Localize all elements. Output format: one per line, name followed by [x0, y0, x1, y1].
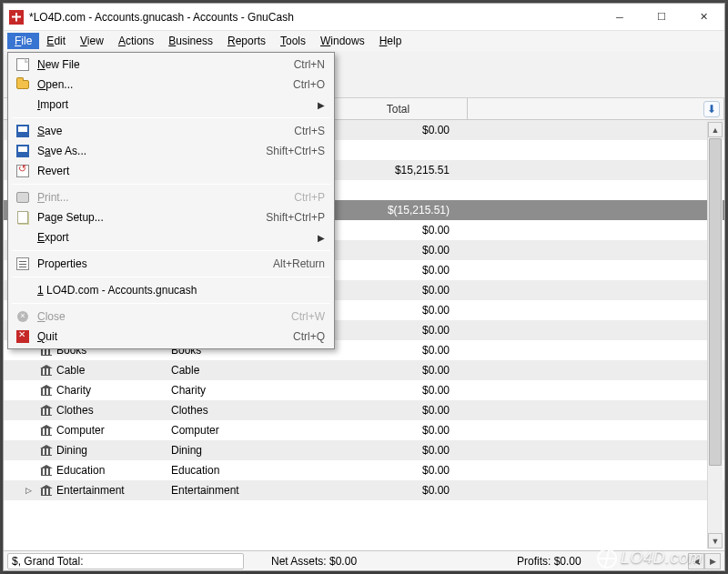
hscroll-right-button[interactable]: ▶ [704, 553, 721, 569]
cell-account-name: Education [4, 460, 167, 480]
account-icon [40, 445, 53, 456]
menu-reports[interactable]: Reports [220, 33, 273, 49]
menu-accelerator: Shift+Ctrl+S [266, 145, 325, 157]
file-menu-open[interactable]: Open...Ctrl+O [10, 75, 332, 95]
menu-file[interactable]: File [7, 33, 39, 49]
menu-view[interactable]: View [73, 33, 111, 49]
status-net-assets: Net Assets: $0.00 [244, 555, 462, 568]
quit-icon [14, 329, 32, 344]
account-icon [40, 425, 53, 436]
file-menu-import[interactable]: Import▶ [10, 95, 332, 115]
file-menu-quit[interactable]: QuitCtrl+Q [10, 327, 332, 347]
menu-item-label: Revert [37, 165, 325, 177]
table-row[interactable]: EducationEducation$0.00 [4, 460, 724, 480]
menu-separator [12, 184, 330, 185]
cell-total: $0.00 [329, 480, 468, 500]
submenu-arrow-icon: ▶ [318, 100, 325, 110]
table-row[interactable]: ▷EntertainmentEntertainment$0.00 [4, 480, 724, 500]
cell-description: Charity [167, 380, 329, 400]
file-menu-export[interactable]: Export▶ [10, 227, 332, 247]
cell-total: $0.00 [329, 440, 468, 460]
app-icon [9, 10, 24, 25]
column-options-button[interactable]: ⬇ [703, 101, 720, 117]
cell-total: $0.00 [329, 420, 468, 440]
file-menu-dropdown: New FileCtrl+NOpen...Ctrl+OImport▶SaveCt… [7, 52, 335, 349]
menu-windows[interactable]: Windows [313, 33, 372, 49]
file-menu-close: ×CloseCtrl+W [10, 307, 332, 327]
account-icon [40, 405, 53, 416]
menu-accelerator: Alt+Return [273, 257, 325, 270]
account-name-text: Clothes [56, 400, 94, 420]
maximize-button[interactable]: ☐ [641, 4, 682, 31]
account-name-text: Computer [56, 420, 105, 440]
status-grand-total: $, Grand Total: [7, 553, 244, 569]
table-row[interactable]: CableCable$0.00 [4, 360, 724, 380]
cell-description: Education [167, 460, 329, 480]
menu-item-label: 1 LO4D.com - Accounts.gnucash [37, 284, 325, 297]
account-name-text: Entertainment [56, 480, 125, 500]
table-row[interactable]: ComputerComputer$0.00 [4, 420, 724, 440]
vertical-scrollbar[interactable]: ▲ ▼ [707, 122, 723, 549]
menu-separator [12, 250, 330, 251]
file-menu-revert[interactable]: Revert [10, 161, 332, 181]
account-name-text: Cable [56, 360, 85, 380]
cell-total: $0.00 [329, 260, 468, 280]
menu-accelerator: Shift+Ctrl+P [266, 211, 325, 224]
scroll-thumb[interactable] [709, 138, 722, 466]
cell-total: $0.00 [329, 280, 468, 300]
close-button[interactable]: ✕ [682, 4, 724, 31]
table-row[interactable]: DiningDining$0.00 [4, 440, 724, 460]
blank-icon [14, 97, 32, 112]
menu-item-label: Import [37, 98, 318, 111]
cell-total: $0.00 [329, 320, 468, 340]
menu-item-label: Open... [37, 78, 293, 91]
account-icon [40, 465, 53, 476]
save-icon [14, 124, 32, 138]
menu-item-label: Quit [37, 330, 293, 343]
file-menu-properties[interactable]: PropertiesAlt+Return [10, 254, 332, 274]
cell-description: Dining [167, 440, 329, 460]
account-name-text: Charity [56, 380, 91, 400]
status-profits: Profits: $0.00 [462, 555, 688, 568]
account-name-text: Education [56, 460, 105, 480]
cell-description: Cable [167, 360, 329, 380]
menu-edit[interactable]: Edit [39, 33, 73, 49]
account-icon [40, 365, 53, 376]
cell-total: $0.00 [329, 240, 468, 260]
file-menu-page-setup[interactable]: Page Setup...Shift+Ctrl+P [10, 207, 332, 227]
cell-account-name: Computer [4, 420, 167, 440]
cell-description: Clothes [167, 400, 329, 420]
file-menu-1-lo4d-com-accounts-gnucash[interactable]: 1 LO4D.com - Accounts.gnucash [10, 280, 332, 300]
scroll-down-button[interactable]: ▼ [708, 533, 723, 549]
file-menu-save[interactable]: SaveCtrl+S [10, 121, 332, 141]
window-title: *LO4D.com - Accounts.gnucash - Accounts … [29, 11, 294, 24]
cell-total: $0.00 [329, 400, 468, 420]
menu-item-label: Properties [37, 257, 273, 270]
menu-help[interactable]: Help [372, 33, 410, 49]
column-header-spacer: ⬇ [468, 98, 724, 119]
file-menu-save-as[interactable]: Save As...Shift+Ctrl+S [10, 141, 332, 161]
table-row[interactable]: CharityCharity$0.00 [4, 380, 724, 400]
hscroll-left-button[interactable]: ◀ [688, 553, 704, 569]
submenu-arrow-icon: ▶ [318, 233, 325, 243]
menu-item-label: Export [37, 231, 318, 244]
scroll-up-button[interactable]: ▲ [708, 122, 723, 137]
column-header-total[interactable]: Total [329, 98, 468, 119]
account-icon [40, 385, 53, 396]
statusbar: $, Grand Total: Net Assets: $0.00 Profit… [4, 550, 724, 570]
cell-total: $0.00 [329, 300, 468, 320]
expand-icon[interactable]: ▷ [25, 480, 36, 500]
cell-total: $(15,215.51) [329, 200, 468, 220]
file-menu-print: Print...Ctrl+P [10, 187, 332, 207]
menu-business[interactable]: Business [161, 33, 220, 49]
table-row[interactable]: ClothesClothes$0.00 [4, 400, 724, 420]
menu-actions[interactable]: Actions [111, 33, 161, 49]
cell-total: $0.00 [329, 380, 468, 400]
cell-account-name: Clothes [4, 400, 167, 420]
minimize-button[interactable]: ─ [599, 4, 641, 31]
file-menu-new-file[interactable]: New FileCtrl+N [10, 55, 332, 75]
menu-accelerator: Ctrl+P [294, 191, 325, 204]
app-window: *LO4D.com - Accounts.gnucash - Accounts … [3, 3, 725, 571]
cell-total: $0.00 [329, 340, 468, 360]
menu-tools[interactable]: Tools [273, 33, 313, 49]
